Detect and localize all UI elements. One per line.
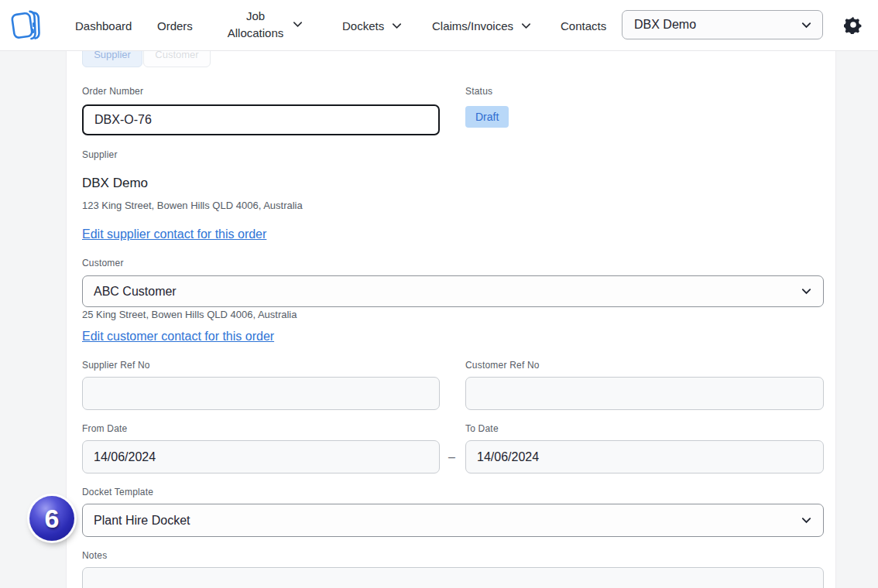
from-date-input[interactable] [82,440,440,473]
chevron-down-icon [801,514,812,526]
customer-ref-input[interactable] [465,377,824,410]
nav-item-job-allocations[interactable]: Job Allocations [226,8,316,42]
notes-label: Notes [82,550,107,561]
nav-item-label: Contacts [561,18,606,35]
nav-item-label: Claims/Invoices [432,18,513,35]
chevron-down-icon [801,285,812,297]
edit-supplier-contact-link[interactable]: Edit supplier contact for this order [82,227,266,241]
nav-item-label: Orders [157,18,193,35]
nav-item-dockets[interactable]: Dockets [342,18,403,35]
chevron-down-icon [520,20,532,32]
account-selector-value: DBX Demo [634,18,696,32]
to-date-input[interactable] [465,440,824,473]
app-logo-icon[interactable] [8,6,42,45]
supplier-name: DBX Demo [82,176,148,191]
order-number-input[interactable] [82,104,440,135]
supplier-address: 123 King Street, Bowen Hills QLD 4006, A… [82,200,303,211]
nav-item-contacts[interactable]: Contacts [561,18,606,35]
step-annotation-badge: 6 [29,496,74,541]
customer-select[interactable]: ABC Customer [82,275,824,307]
status-badge: Draft [465,106,509,128]
date-range-separator: – [448,450,455,464]
customer-address: 25 King Street, Bowen Hills QLD 4006, Au… [82,309,297,320]
supplier-ref-input[interactable] [82,377,440,410]
docket-template-select[interactable]: Plant Hire Docket [82,504,824,537]
settings-gear-icon[interactable] [844,15,863,34]
nav-item-claims-invoices[interactable]: Claims/Invoices [432,18,532,35]
nav-item-label: Dockets [342,18,384,35]
chevron-down-icon [292,19,304,30]
nav-item-label: Job Allocations [226,8,285,42]
chevron-down-icon [801,19,812,31]
nav-item-orders[interactable]: Orders [157,18,193,35]
customer-label: Customer [82,258,124,268]
nav-item-label: Dashboard [75,18,132,35]
from-date-label: From Date [82,423,127,434]
customer-ref-label: Customer Ref No [465,360,540,371]
nav-item-dashboard[interactable]: Dashboard [75,18,132,35]
chevron-down-icon [391,20,403,32]
supplier-ref-label: Supplier Ref No [82,360,150,371]
edit-customer-contact-link[interactable]: Edit customer contact for this order [82,330,274,344]
notes-textarea[interactable] [82,567,824,588]
docket-template-value: Plant Hire Docket [94,514,190,528]
top-nav-bar: Dashboard Orders Job Allocations Dockets… [0,0,878,51]
order-form-page: Supplier Customer Dashboard Orders Job A… [0,0,878,588]
order-number-label: Order Number [82,86,143,97]
supplier-label: Supplier [82,149,118,160]
customer-select-value: ABC Customer [94,285,177,299]
docket-template-label: Docket Template [82,487,153,497]
account-selector[interactable]: DBX Demo [622,10,823,39]
status-label: Status [465,86,492,97]
to-date-label: To Date [465,423,499,434]
